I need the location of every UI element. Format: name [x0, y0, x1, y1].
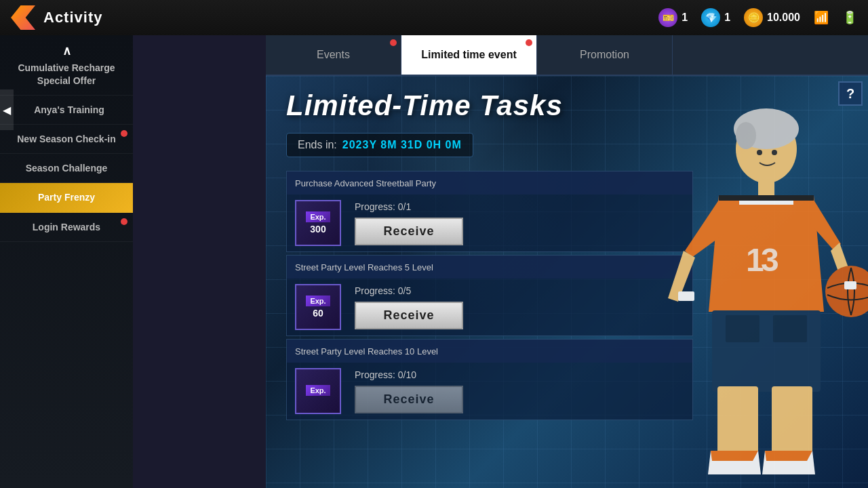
exp-value: 60	[313, 308, 323, 319]
receive-button[interactable]: Receive	[355, 386, 463, 413]
top-bar: Activity 🎫 1 💎 1 🪙 10.000 📶 🔋	[0, 0, 868, 35]
svg-rect-11	[773, 315, 807, 342]
gem-icon: 💎	[701, 8, 720, 27]
help-icon: ?	[846, 86, 854, 102]
exp-label: Exp.	[306, 385, 330, 396]
tab-limited-time-event[interactable]: Limited time event	[401, 35, 537, 75]
task-name: Street Party Level Reaches 5 Level	[295, 262, 433, 272]
svg-rect-14	[678, 291, 694, 301]
exp-label: Exp.	[306, 211, 330, 222]
svg-rect-13	[772, 386, 812, 454]
notification-dot	[121, 218, 127, 225]
currency-pack: 🎫 1	[658, 8, 688, 27]
content-area: Limited-Time Tasks Ends in: 2023Y 8M 31D…	[266, 76, 868, 488]
currency-display: 🎫 1 💎 1 🪙 10.000 📶 🔋	[658, 8, 857, 27]
tab-label: Events	[317, 49, 350, 61]
receive-button[interactable]: Receive	[355, 302, 463, 329]
timer-value: 2023Y 8M 31D 0H 0M	[342, 139, 462, 151]
main-layout: ∧ Cumulative Recharge Special Offer Anya…	[0, 35, 868, 488]
page-title: Activity	[43, 9, 658, 26]
sidebar-item-label: Cumulative Recharge Special Offer	[18, 62, 115, 85]
gem-value: 1	[724, 12, 730, 24]
reward-box: Exp. 60	[295, 284, 341, 330]
currency-coin: 🪙 10.000	[744, 8, 800, 27]
svg-point-4	[772, 150, 777, 155]
sidebar-item-login-rewards[interactable]: Login Rewards	[0, 213, 133, 242]
sidebar: ∧ Cumulative Recharge Special Offer Anya…	[0, 35, 133, 488]
exp-value: 300	[310, 224, 326, 235]
sidebar-item-season-challenge[interactable]: Season Challenge	[0, 154, 133, 183]
task-name: Street Party Level Reaches 10 Level	[295, 346, 438, 357]
tab-promotion[interactable]: Promotion	[537, 35, 673, 75]
sidebar-item-anyas[interactable]: Anya's Training	[0, 96, 133, 125]
svg-rect-10	[726, 315, 760, 342]
sidebar-item-party-frenzy[interactable]: Party Frenzy	[0, 183, 133, 212]
reward-box: Exp.	[295, 368, 341, 414]
svg-rect-5	[758, 182, 774, 195]
tab-events[interactable]: Events	[266, 35, 401, 75]
svg-rect-12	[717, 386, 758, 454]
svg-point-2	[736, 122, 756, 149]
help-button[interactable]: ?	[838, 81, 863, 106]
exp-label: Exp.	[306, 296, 330, 306]
character-area: 1 3	[542, 76, 868, 488]
sidebar-item-cumulative[interactable]: ∧ Cumulative Recharge Special Offer	[0, 35, 133, 96]
task-name: Purchase Advanced Streetball Party	[295, 178, 436, 188]
sidebar-item-label: Anya's Training	[34, 104, 104, 115]
wifi-icon: 📶	[814, 10, 829, 25]
svg-text:3: 3	[761, 242, 779, 278]
timer-bar: Ends in: 2023Y 8M 31D 0H 0M	[286, 133, 473, 157]
svg-rect-6	[719, 195, 814, 201]
sidebar-item-label: New Season Check-in	[17, 134, 116, 144]
tab-bar: Events Limited time event Promotion	[266, 35, 868, 76]
content-inner: Limited-Time Tasks Ends in: 2023Y 8M 31D…	[266, 76, 868, 488]
character-svg: 1 3	[610, 95, 868, 488]
svg-rect-7	[739, 201, 793, 205]
coin-icon: 🪙	[744, 8, 763, 27]
sidebar-item-label: Login Rewards	[33, 222, 100, 232]
sidebar-item-label: Season Challenge	[26, 163, 108, 174]
back-button[interactable]	[11, 5, 35, 30]
tab-label: Limited time event	[421, 49, 516, 61]
battery-icon: 🔋	[842, 10, 857, 25]
sidebar-item-new-season[interactable]: New Season Check-in	[0, 125, 133, 154]
svg-rect-15	[844, 281, 856, 289]
pack-icon: 🎫	[658, 8, 677, 27]
tab-label: Promotion	[580, 49, 629, 61]
receive-button[interactable]: Receive	[355, 218, 463, 245]
sidebar-item-label: Party Frenzy	[38, 192, 95, 203]
tab-dot-limited	[526, 39, 532, 46]
tab-dot-events	[390, 39, 397, 46]
reward-box: Exp. 300	[295, 200, 341, 246]
currency-gem: 💎 1	[701, 8, 730, 27]
timer-label: Ends in:	[298, 139, 337, 151]
svg-point-3	[757, 150, 762, 155]
notification-dot	[121, 130, 127, 137]
coin-value: 10.000	[767, 12, 800, 24]
pack-value: 1	[682, 12, 688, 24]
svg-point-8	[825, 266, 868, 317]
arrow-up-icon: ∧	[11, 43, 122, 59]
